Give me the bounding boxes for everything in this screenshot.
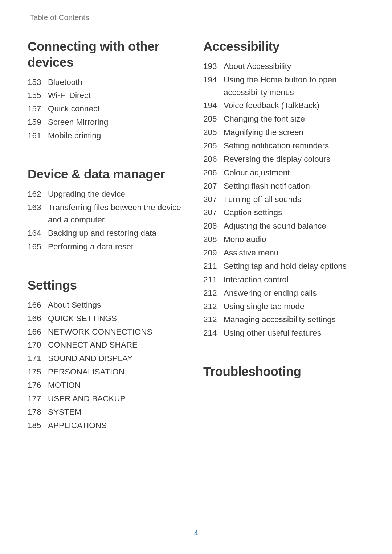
entry-page: 175 [28,366,43,378]
entry-page: 157 [28,103,43,115]
entry-title: Reversing the display colours [224,153,364,166]
entry-title: SYSTEM [48,406,189,419]
toc-section: Settings 166About Settings 166QUICK SETT… [28,277,189,432]
entry-page: 206 [203,153,219,166]
toc-entry[interactable]: 207Setting flash notification [203,180,364,193]
toc-entry[interactable]: 205Changing the font size [203,113,364,126]
running-head: Table of Contents [28,13,364,22]
entry-title: Magnifying the screen [224,126,364,139]
entry-page: 205 [203,113,219,126]
toc-entry[interactable]: 166About Settings [28,299,189,312]
toc-entry[interactable]: 208Mono audio [203,233,364,246]
entry-page: 208 [203,220,219,233]
entry-title: Performing a data reset [48,241,189,253]
entry-page: 161 [28,130,43,142]
entry-page: 163 [28,201,43,214]
toc-entry[interactable]: 157Quick connect [28,103,189,115]
toc-section: Accessibility 193About Accessibility 194… [203,38,364,340]
entry-title: SOUND AND DISPLAY [48,352,189,365]
toc-entry[interactable]: 194Using the Home button to open accessi… [203,74,364,99]
entry-page: 159 [28,116,43,129]
entry-title: Wi-Fi Direct [48,89,189,102]
entry-page: 207 [203,180,219,193]
toc-entry[interactable]: 212Answering or ending calls [203,287,364,300]
toc-entry[interactable]: 205Magnifying the screen [203,126,364,139]
toc-entry[interactable]: 211Interaction control [203,274,364,286]
entry-page: 206 [203,167,219,179]
toc-entry[interactable]: 176MOTION [28,379,189,392]
entry-page: 166 [28,312,43,325]
left-column: Connecting with other devices 153Bluetoo… [28,38,189,456]
entry-page: 208 [203,233,219,246]
toc-entry[interactable]: 212Managing accessibility settings [203,313,364,326]
entry-title: PERSONALISATION [48,366,189,378]
toc-entry[interactable]: 214Using other useful features [203,327,364,340]
toc-entry[interactable]: 194Voice feedback (TalkBack) [203,99,364,112]
entry-page: 185 [28,419,43,432]
entry-page: 153 [28,76,43,89]
toc-entry[interactable]: 162Upgrading the device [28,188,189,201]
toc-section: Device & data manager 162Upgrading the d… [28,166,189,253]
toc-entry[interactable]: 207Caption settings [203,206,364,219]
entry-title: Colour adjustment [224,167,364,179]
toc-entry[interactable]: 155Wi-Fi Direct [28,89,189,102]
entry-title: Setting tap and hold delay options [224,260,364,273]
toc-entry[interactable]: 175PERSONALISATION [28,366,189,378]
entry-title: Using the Home button to open accessibil… [224,74,364,99]
toc-entry[interactable]: 207Turning off all sounds [203,193,364,206]
entry-page: 205 [203,126,219,139]
entry-title: MOTION [48,379,189,392]
toc-entry[interactable]: 177USER AND BACKUP [28,393,189,405]
toc-entry[interactable]: 170CONNECT AND SHARE [28,339,189,352]
toc-entry[interactable]: 153Bluetooth [28,76,189,89]
section-heading[interactable]: Troubleshooting [203,364,364,379]
toc-entry[interactable]: 166NETWORK CONNECTIONS [28,326,189,338]
right-column: Accessibility 193About Accessibility 194… [203,38,364,456]
section-heading[interactable]: Connecting with other devices [28,38,189,70]
entry-title: Adjusting the sound balance [224,220,364,233]
entry-page: 211 [203,274,219,286]
toc-entry[interactable]: 164Backing up and restoring data [28,227,189,240]
entry-page: 207 [203,193,219,206]
entry-page: 166 [28,326,43,338]
toc-entry[interactable]: 205Setting notification reminders [203,140,364,152]
toc-entry[interactable]: 209Assistive menu [203,247,364,259]
entry-page: 207 [203,206,219,219]
toc-entry[interactable]: 159Screen Mirroring [28,116,189,129]
entry-title: Transferring files between the device an… [48,201,189,227]
toc-entry[interactable]: 208Adjusting the sound balance [203,220,364,233]
entry-title: Managing accessibility settings [224,313,364,326]
entry-title: Using single tap mode [224,300,364,313]
entry-title: Setting notification reminders [224,140,364,152]
page-number: 4 [0,529,392,537]
toc-entry[interactable]: 206Colour adjustment [203,167,364,179]
entry-title: Backing up and restoring data [48,227,189,240]
entry-title: About Settings [48,299,189,312]
entry-page: 170 [28,339,43,352]
section-heading[interactable]: Device & data manager [28,166,189,182]
entry-title: APPLICATIONS [48,419,189,432]
toc-entry[interactable]: 163Transferring files between the device… [28,201,189,227]
toc-entry[interactable]: 193About Accessibility [203,60,364,73]
entry-title: Screen Mirroring [48,116,189,129]
toc-entry[interactable]: 206Reversing the display colours [203,153,364,166]
entry-page: 205 [203,140,219,152]
toc-entry[interactable]: 178SYSTEM [28,406,189,419]
entry-page: 155 [28,89,43,102]
section-heading[interactable]: Settings [28,277,189,293]
toc-entry[interactable]: 165Performing a data reset [28,241,189,253]
entry-page: 162 [28,188,43,201]
toc-section: Connecting with other devices 153Bluetoo… [28,38,189,142]
toc-entry[interactable]: 171SOUND AND DISPLAY [28,352,189,365]
section-heading[interactable]: Accessibility [203,38,364,54]
entry-page: 165 [28,241,43,253]
toc-entry[interactable]: 185APPLICATIONS [28,419,189,432]
entry-page: 164 [28,227,43,240]
toc-entry[interactable]: 161Mobile printing [28,130,189,142]
entry-page: 209 [203,247,219,259]
toc-entry[interactable]: 166QUICK SETTINGS [28,312,189,325]
entry-title: Voice feedback (TalkBack) [224,99,364,112]
toc-columns: Connecting with other devices 153Bluetoo… [28,38,364,456]
toc-entry[interactable]: 212Using single tap mode [203,300,364,313]
toc-entry[interactable]: 211Setting tap and hold delay options [203,260,364,273]
